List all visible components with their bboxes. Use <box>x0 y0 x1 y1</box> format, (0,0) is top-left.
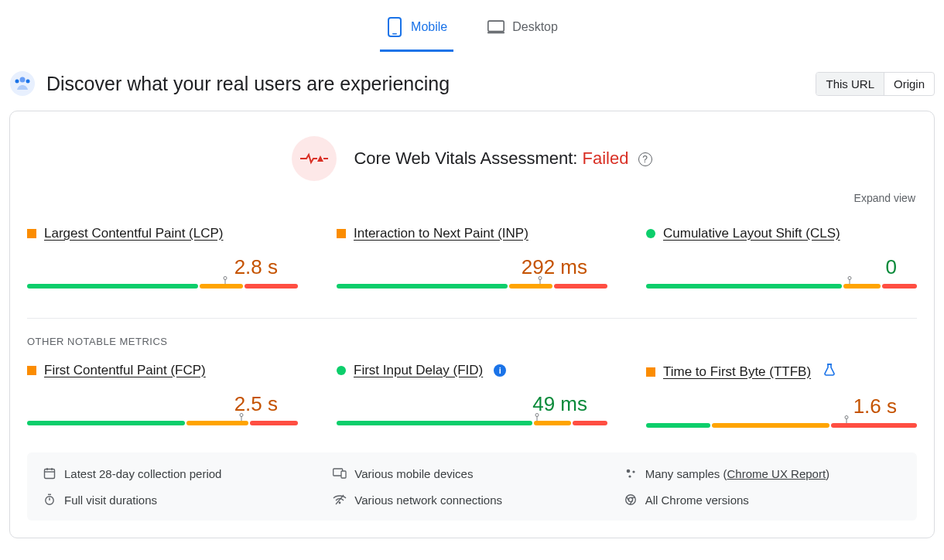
svg-point-12 <box>539 277 542 280</box>
svg-point-14 <box>848 277 851 280</box>
assessment-card: Core Web Vitals Assessment: Failed ? Exp… <box>9 111 935 538</box>
note-samples: Many samples (Chrome UX Report) <box>617 466 908 480</box>
metric-ttfb: Time to First Byte (TTFB) 1.6 s <box>646 363 917 429</box>
svg-rect-2 <box>488 21 504 31</box>
pulse-icon <box>292 136 337 181</box>
metric-fid-value: 49 ms <box>337 392 587 416</box>
svg-point-5 <box>20 77 26 83</box>
crux-link[interactable]: Chrome UX Report <box>727 467 826 480</box>
page-title: Discover what your real users are experi… <box>46 73 450 95</box>
samples-icon <box>624 466 638 480</box>
metric-fcp-bar <box>27 421 298 425</box>
metric-cls-value: 0 <box>646 255 897 279</box>
scope-toggle: This URL Origin <box>816 72 935 96</box>
note-network: Various network connections <box>327 493 617 507</box>
svg-rect-23 <box>45 470 55 479</box>
metric-cls: Cumulative Layout Shift (CLS) 0 <box>646 226 917 290</box>
scope-this-url[interactable]: This URL <box>816 73 884 95</box>
svg-point-31 <box>628 475 631 477</box>
flask-icon[interactable] <box>823 363 836 381</box>
metric-cls-name[interactable]: Cumulative Layout Shift (CLS) <box>663 226 840 241</box>
svg-rect-3 <box>487 32 504 33</box>
metric-lcp-bar <box>27 284 298 289</box>
metric-fid-bar <box>337 421 607 425</box>
scope-origin[interactable]: Origin <box>884 73 934 95</box>
svg-point-10 <box>224 277 227 280</box>
assessment-result: Failed <box>583 149 629 168</box>
metric-ttfb-name[interactable]: Time to First Byte (TTFB) <box>663 364 811 380</box>
desktop-icon <box>487 15 504 39</box>
square-icon <box>646 367 655 377</box>
people-icon <box>9 70 36 97</box>
square-icon <box>27 366 36 375</box>
assessment-text: Core Web Vitals Assessment: Failed ? <box>354 149 652 169</box>
calendar-icon <box>43 466 56 480</box>
other-metrics-subhead: OTHER NOTABLE METRICS <box>10 319 934 352</box>
svg-point-21 <box>845 416 848 419</box>
square-icon <box>337 229 346 238</box>
devices-icon <box>333 466 347 480</box>
svg-point-6 <box>15 80 19 84</box>
svg-point-16 <box>240 414 243 417</box>
note-durations: Full visit durations <box>36 493 327 507</box>
chrome-icon <box>624 493 638 507</box>
circle-icon <box>646 229 655 238</box>
svg-point-30 <box>632 470 634 473</box>
square-icon <box>27 229 36 238</box>
stopwatch-icon <box>43 493 56 507</box>
metric-fcp-name[interactable]: First Contentful Paint (FCP) <box>44 363 206 378</box>
metric-inp: Interaction to Next Paint (INP) 292 ms <box>337 226 607 290</box>
metric-fid-name[interactable]: First Input Delay (FID) <box>354 363 483 378</box>
svg-rect-1 <box>392 33 397 35</box>
metric-lcp: Largest Contentful Paint (LCP) 2.8 s <box>27 226 298 290</box>
tab-desktop[interactable]: Desktop <box>481 6 564 52</box>
svg-point-4 <box>10 71 35 96</box>
info-icon[interactable]: i <box>494 364 506 377</box>
mobile-icon <box>386 15 403 39</box>
metric-cls-bar <box>646 284 917 289</box>
expand-view-link[interactable]: Expand view <box>10 187 934 206</box>
network-icon <box>333 493 347 507</box>
note-period: Latest 28-day collection period <box>36 466 327 480</box>
metric-inp-bar <box>337 284 607 289</box>
svg-marker-8 <box>317 155 323 162</box>
metric-fid: First Input Delay (FID) i 49 ms <box>337 363 607 429</box>
metric-lcp-name[interactable]: Largest Contentful Paint (LCP) <box>44 226 224 241</box>
metric-fcp: First Contentful Paint (FCP) 2.5 s <box>27 363 298 429</box>
metric-ttfb-bar <box>646 423 917 428</box>
metric-ttfb-value: 1.6 s <box>646 394 897 418</box>
footer-notes: Latest 28-day collection period Various … <box>27 452 917 521</box>
note-devices: Various mobile devices <box>327 466 617 480</box>
note-chrome: All Chrome versions <box>617 493 908 507</box>
metric-inp-name[interactable]: Interaction to Next Paint (INP) <box>354 226 528 241</box>
svg-point-18 <box>535 414 539 417</box>
metric-inp-value: 292 ms <box>337 255 587 279</box>
svg-point-7 <box>26 80 30 84</box>
tab-desktop-label: Desktop <box>512 20 558 34</box>
circle-icon <box>337 366 346 375</box>
metric-lcp-value: 2.8 s <box>27 255 278 279</box>
tab-mobile[interactable]: Mobile <box>380 6 453 52</box>
svg-point-35 <box>339 502 341 504</box>
tab-mobile-label: Mobile <box>411 20 447 34</box>
svg-rect-28 <box>341 471 346 478</box>
svg-point-29 <box>626 470 630 473</box>
help-icon[interactable]: ? <box>638 152 652 166</box>
